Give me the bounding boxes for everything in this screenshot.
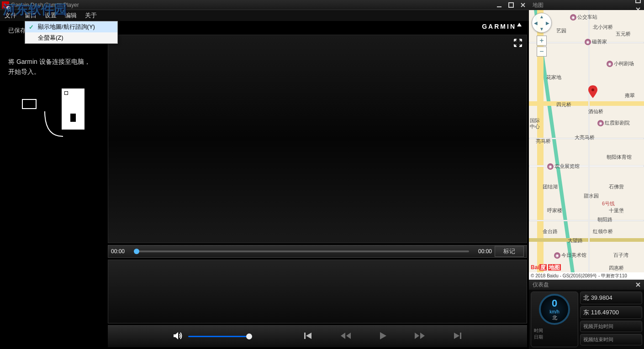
poi: ◉红霞影剧院 <box>597 120 630 126</box>
play-button[interactable] <box>377 330 388 343</box>
check-icon: ✓ <box>29 24 34 31</box>
menu-bar: 文件 窗口 设置 编辑 关于 <box>0 10 529 21</box>
dashboard-title-bar: 仪表盘 <box>529 280 644 290</box>
app-title: Garmin Dash Cam™ Player <box>11 2 493 8</box>
video-area: GARMIN 00:00 00:00 标记 <box>106 21 529 349</box>
compass-icon[interactable]: ▲▼ ▶◀ <box>532 13 552 33</box>
pc-icon <box>62 89 84 130</box>
svg-point-5 <box>591 89 594 91</box>
poi: 雍翠 <box>625 92 635 99</box>
poi: ◉小柯剧场 <box>607 60 634 67</box>
video-canvas[interactable] <box>108 35 527 243</box>
time-start: 00:00 <box>111 248 130 255</box>
dropdown-fullscreen[interactable]: 全螢幕(Z) <box>25 32 117 43</box>
seek-thumb[interactable] <box>134 249 139 254</box>
garmin-logo: GARMIN <box>482 23 522 30</box>
main-title-bar: Garmin Dash Cam™ Player <box>0 0 529 10</box>
timeline: 00:00 00:00 标记 <box>108 245 527 258</box>
poi: ◉农业展览馆 <box>547 163 580 170</box>
speed-value: 0 <box>552 297 557 309</box>
poi: 酒仙桥 <box>588 108 603 115</box>
rewind-button[interactable] <box>339 330 352 343</box>
poi: 团结湖 <box>543 183 558 190</box>
poi: 6号线 <box>602 200 615 207</box>
poi: 四惠桥 <box>609 265 624 271</box>
longitude-row: 东 116.49700 <box>580 306 642 319</box>
location-pin-icon <box>588 85 597 98</box>
poi: 北小河桥 <box>593 24 613 31</box>
dropdown-show-map-label: 顯示地圖/航行諮詢(Y) <box>38 23 95 31</box>
zoom-in-button[interactable]: + <box>537 36 547 46</box>
speed-gauge: 0 km/h 北 <box>539 294 570 325</box>
poi: 四元桥 <box>556 101 571 108</box>
date-label: 日期 <box>534 334 543 340</box>
fullscreen-icon[interactable] <box>513 38 523 49</box>
map-controls: ▲▼ ▶◀ + − <box>532 13 552 57</box>
import-instruction: 将 Garmin 设备连接至电脑， 开始导入。 <box>8 57 98 77</box>
window-dropdown: ✓ 顯示地圖/航行諮詢(Y) 全螢幕(Z) <box>25 21 118 44</box>
poi: 金台路 <box>543 228 558 235</box>
map-canvas[interactable]: ◉公交车站 艺园 北小河桥 五元桥 ◉磁善家 ◉小柯剧场 花家地 四元桥 酒仙桥… <box>529 10 644 280</box>
latitude-row: 北 39.9804 <box>580 292 642 304</box>
video-start-row: 视频开始时间 <box>580 321 642 332</box>
time-label: 时间 <box>534 328 543 334</box>
dropdown-fullscreen-label: 全螢幕(Z) <box>38 34 63 42</box>
poi: 甜水园 <box>584 193 599 199</box>
poi: 中心 <box>530 123 540 130</box>
svg-rect-1 <box>509 3 513 7</box>
poi: 红领巾桥 <box>593 228 613 235</box>
poi: 大望路 <box>568 237 583 244</box>
app-icon <box>2 1 9 9</box>
poi: 大亮马桥 <box>575 134 595 141</box>
svg-rect-4 <box>636 0 640 3</box>
speed-gauge-box: 0 km/h 北 时间 日期 <box>531 292 578 347</box>
menu-settings[interactable]: 设置 <box>45 11 57 20</box>
prev-track-button[interactable] <box>302 330 313 343</box>
map-title-bar: 地图 <box>529 0 644 10</box>
poi: 十里堡 <box>609 207 624 214</box>
svg-rect-0 <box>497 6 501 7</box>
dashboard-panel: 仪表盘 0 km/h 北 时间 日期 北 39.9804 东 116.49700… <box>529 280 644 349</box>
svg-rect-3 <box>460 333 461 339</box>
map-title: 地图 <box>533 1 544 9</box>
poi: ◉公交车站 <box>570 14 597 21</box>
device-graphic <box>8 86 98 141</box>
map-attribution: © 2018 Baidu - GS(2016)2089号 - 甲测资字110 <box>529 272 644 280</box>
zoom-out-button[interactable]: − <box>537 47 547 57</box>
baidu-logo: Bai度 地图 <box>531 264 561 271</box>
marker-button[interactable]: 标记 <box>495 246 524 257</box>
thumbnail-strip[interactable] <box>108 260 527 323</box>
close-button[interactable] <box>517 0 529 10</box>
menu-window[interactable]: 窗口 <box>25 11 37 20</box>
next-track-button[interactable] <box>452 330 463 343</box>
maximize-button[interactable] <box>505 0 517 10</box>
volume-icon[interactable] <box>172 330 184 344</box>
poi: 亮马桥 <box>536 138 551 145</box>
dashboard-title: 仪表盘 <box>533 281 549 289</box>
minimize-button[interactable] <box>493 0 505 10</box>
poi: 朝阳路 <box>597 216 612 223</box>
forward-button[interactable] <box>414 330 427 343</box>
menu-edit[interactable]: 编辑 <box>65 11 77 20</box>
poi: 朝阳体育馆 <box>607 154 632 161</box>
dashboard-close-button[interactable] <box>632 280 644 289</box>
poi: 呼家楼 <box>547 207 562 214</box>
dropdown-show-map[interactable]: ✓ 顯示地圖/航行諮詢(Y) <box>25 21 117 32</box>
time-end: 00:00 <box>473 248 492 255</box>
menu-about[interactable]: 关于 <box>85 11 97 20</box>
volume-slider[interactable] <box>188 336 252 337</box>
map-maximize-button[interactable] <box>632 0 644 5</box>
speed-unit: km/h <box>549 309 560 314</box>
svg-rect-2 <box>304 333 306 339</box>
poi: 百子湾 <box>613 252 628 259</box>
camera-icon <box>22 99 37 109</box>
poi: 艺园 <box>556 27 566 34</box>
video-end-row: 视频结束时间 <box>580 334 642 345</box>
poi: 石佛营 <box>609 183 624 190</box>
poi: 花家地 <box>546 74 561 81</box>
sidebar: 已保存 将 Garmin 设备连接至电脑， 开始导入。 <box>0 21 106 349</box>
menu-file[interactable]: 文件 <box>5 11 16 20</box>
map-window: 地图 ◉公交车站 艺园 北小河桥 五元桥 ◉磁善家 ◉小柯剧场 花家地 四元桥 … <box>529 0 644 280</box>
seek-slider[interactable] <box>134 250 469 252</box>
direction-label: 北 <box>552 314 557 321</box>
